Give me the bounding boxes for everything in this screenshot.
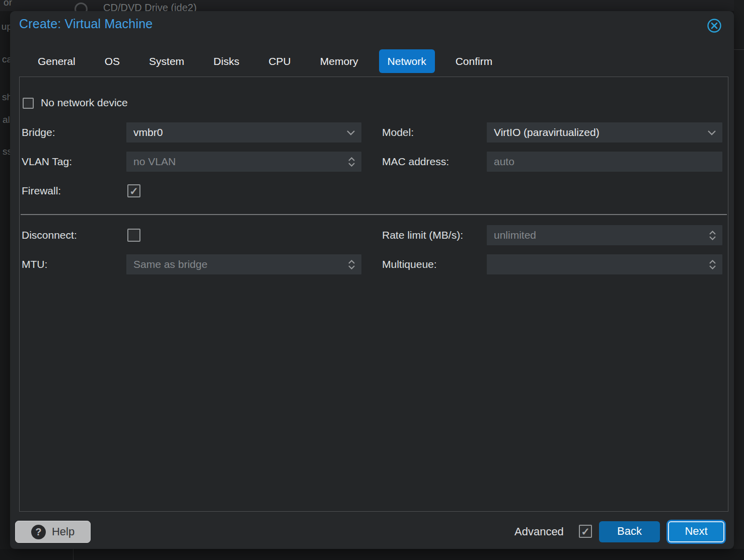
multiqueue-label: Multiqueue: (382, 254, 437, 274)
tab-memory[interactable]: Memory (312, 49, 367, 73)
advanced-checkbox[interactable]: ✓ (579, 525, 592, 538)
disconnect-label: Disconnect: (22, 225, 77, 245)
sidebar-fragment: or (0, 0, 12, 8)
rate-limit-label: Rate limit (MB/s): (382, 225, 463, 245)
spinner-icons[interactable] (709, 254, 716, 274)
dialog-title: Create: Virtual Machine (19, 17, 153, 31)
background-bottom-area (0, 549, 744, 560)
chevron-down-icon[interactable] (707, 122, 716, 143)
mtu-spinner[interactable] (126, 254, 361, 274)
multiqueue-spinner[interactable] (487, 254, 722, 274)
create-vm-dialog: Create: Virtual Machine General OS Syste… (10, 11, 734, 549)
bridge-label: Bridge: (22, 122, 55, 143)
mac-address-field[interactable] (487, 152, 722, 172)
chevron-up-icon (709, 260, 716, 264)
chevron-down-icon (348, 163, 355, 167)
bridge-input[interactable] (126, 122, 361, 143)
help-button-label: Help (52, 525, 75, 538)
chevron-down-icon (709, 236, 716, 240)
wizard-tabbar: General OS System Disks CPU Memory Netwo… (29, 49, 501, 73)
mtu-input[interactable] (126, 254, 361, 274)
advanced-label: Advanced (514, 525, 564, 538)
chevron-down-icon[interactable] (346, 122, 355, 143)
next-button[interactable]: Next (668, 521, 724, 542)
spinner-icons[interactable] (348, 254, 355, 274)
vlan-tag-spinner[interactable] (126, 152, 361, 172)
spinner-icons[interactable] (709, 225, 716, 245)
disconnect-checkbox[interactable] (127, 229, 140, 242)
mac-address-input[interactable] (487, 152, 722, 172)
mac-address-label: MAC address: (382, 152, 449, 172)
chevron-up-icon (348, 157, 355, 161)
tab-disks[interactable]: Disks (205, 49, 248, 73)
no-network-device-label: No network device (41, 93, 128, 113)
tab-confirm[interactable]: Confirm (447, 49, 501, 73)
spinner-icons[interactable] (348, 152, 355, 172)
no-network-device-checkbox[interactable] (23, 98, 34, 109)
background-column-divider (73, 549, 73, 560)
firewall-checkbox[interactable]: ✓ (127, 184, 140, 197)
model-input[interactable] (487, 122, 722, 143)
background-right-panel (734, 0, 744, 560)
bridge-combobox[interactable] (126, 122, 361, 143)
tab-network[interactable]: Network (379, 49, 435, 73)
chevron-down-icon (709, 265, 716, 269)
vlan-tag-input[interactable] (126, 152, 361, 172)
tab-general[interactable]: General (29, 49, 84, 73)
vlan-tag-label: VLAN Tag: (22, 152, 72, 172)
rate-limit-input[interactable] (487, 225, 722, 245)
close-button[interactable] (707, 18, 722, 33)
help-button[interactable]: ? Help (15, 521, 91, 543)
close-icon (707, 18, 722, 33)
rate-limit-spinner[interactable] (487, 225, 722, 245)
model-label: Model: (382, 122, 414, 143)
multiqueue-input[interactable] (487, 254, 722, 274)
model-combobox[interactable] (487, 122, 722, 143)
network-form-panel: No network device Bridge: Model: VLAN Ta… (19, 77, 728, 512)
question-mark-icon: ? (31, 525, 46, 539)
tab-system[interactable]: System (140, 49, 193, 73)
tab-os[interactable]: OS (96, 49, 128, 73)
mtu-label: MTU: (22, 254, 47, 274)
background-divider (734, 49, 744, 50)
firewall-label: Firewall: (22, 181, 61, 201)
section-divider (21, 214, 727, 215)
chevron-down-icon (348, 265, 355, 269)
tab-cpu[interactable]: CPU (260, 49, 299, 73)
chevron-up-icon (709, 231, 716, 235)
back-button[interactable]: Back (599, 521, 660, 542)
chevron-up-icon (348, 260, 355, 264)
